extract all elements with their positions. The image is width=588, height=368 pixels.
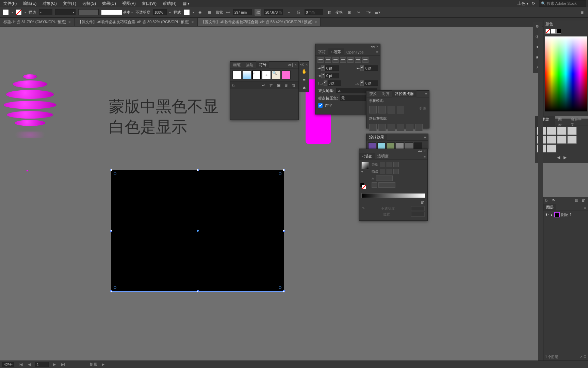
minus-front-btn[interactable] [378, 106, 386, 113]
minus-back-btn[interactable] [415, 124, 423, 131]
outline-btn[interactable] [406, 124, 413, 131]
texture-item[interactable] [567, 127, 577, 135]
gopacity-field[interactable] [411, 206, 425, 211]
last-artboard-btn[interactable]: ▶| [60, 362, 66, 367]
exclude-btn[interactable] [397, 106, 404, 113]
expand-icon[interactable]: ▸ [551, 213, 553, 217]
align-left[interactable] [317, 57, 324, 63]
color-panel[interactable]: 颜色 [543, 20, 588, 116]
tab-character[interactable]: 字符 [315, 48, 328, 56]
texture-item[interactable] [547, 144, 556, 153]
tab-align[interactable]: 对齐 [379, 90, 392, 97]
menu-object[interactable]: 对象(O) [41, 0, 58, 7]
first-artboard-btn[interactable]: |◀ [18, 362, 23, 367]
align-center[interactable] [325, 57, 331, 63]
justify-right[interactable] [355, 57, 361, 63]
smear-panel[interactable]: 涂抹效果 ≡ [366, 134, 428, 149]
zoom-field[interactable]: 42% ▾ [2, 362, 14, 367]
close-icon[interactable]: × [376, 44, 378, 49]
symbol-item[interactable]: ▾ [252, 71, 261, 79]
height-field[interactable] [264, 9, 283, 15]
reverse-btn[interactable] [372, 182, 377, 188]
sync-icon[interactable]: ⟳ [532, 1, 535, 6]
search-stock[interactable]: 🔍 搜索 Adobe Stock [539, 0, 586, 7]
merge-btn[interactable] [388, 124, 395, 131]
options-icon[interactable]: ▣ [277, 83, 282, 88]
trash-icon[interactable]: 🗑 [292, 83, 297, 88]
menu-select[interactable]: 选择(S) [81, 0, 98, 7]
mask-text[interactable]: 蒙版中黑色不显 白色是显示 [109, 96, 218, 137]
menu-type[interactable]: 文字(T) [61, 0, 78, 7]
layers-opt1-icon[interactable]: ▥ [575, 198, 579, 203]
place-icon[interactable]: ↵ [262, 83, 267, 88]
texture-item[interactable] [547, 136, 556, 144]
stroke-along-btn[interactable] [387, 169, 392, 174]
align-icon[interactable]: ▦ [206, 9, 213, 16]
collapse-icon[interactable]: ◂◂ [371, 44, 375, 49]
stroke-weight[interactable]: ▾ [39, 9, 52, 15]
justify-left[interactable] [340, 57, 346, 63]
tab-stroke[interactable]: 描边 [243, 61, 256, 68]
menu-help[interactable]: 帮助(H) [161, 0, 178, 7]
layers-panel[interactable]: ⎙ 👁 ▥ 🗑 图层≡ 👁 ▸ 图层 1 1 个图层 ↗ ⊡ [543, 197, 588, 361]
close-icon[interactable]: × [424, 149, 426, 153]
layer-name[interactable]: 图层 1 [561, 212, 572, 217]
stroke-in-btn[interactable] [380, 169, 385, 174]
close-icon[interactable]: × [192, 20, 194, 25]
angle-field[interactable] [376, 175, 393, 181]
menu-file[interactable]: 文件(F) [2, 0, 18, 7]
texture-item[interactable] [547, 127, 556, 135]
sphere-artwork[interactable] [2, 74, 58, 131]
fill-swatch[interactable] [545, 29, 550, 34]
layers-lib-icon[interactable]: ⎙ [545, 198, 550, 203]
symbol-item[interactable] [282, 71, 291, 79]
effect-swatch[interactable] [368, 142, 376, 149]
layers-trash-icon[interactable]: 🗑 [582, 198, 586, 203]
layer-row[interactable]: 👁 ▸ 图层 1 [543, 211, 588, 218]
symbol-item[interactable] [232, 71, 241, 79]
symbol-item[interactable] [242, 71, 251, 79]
pathfinder-panel[interactable]: 变换 对齐 路径查找器 ≡ 形状模式: 扩展 路径查找器: [366, 90, 429, 128]
color-spectrum[interactable] [545, 36, 587, 111]
effect-swatch[interactable] [414, 142, 422, 149]
fill-swatch[interactable] [3, 9, 9, 15]
layers-visibility-icon[interactable]: 👁 [552, 198, 557, 203]
linear-btn[interactable] [380, 162, 385, 167]
effect-swatch[interactable] [396, 142, 404, 149]
style-swatch[interactable] [184, 9, 190, 15]
crop-btn[interactable] [397, 124, 404, 131]
indent-left-field[interactable] [325, 65, 339, 71]
delete-stop-icon[interactable]: 🗑 [421, 200, 425, 205]
doc-tab-1[interactable]: 标题-1* @ 81.79% (CMYK/GPU 预览)× [0, 18, 75, 26]
texture-item[interactable] [557, 136, 567, 144]
justify-center[interactable] [347, 57, 354, 63]
next-page-icon[interactable]: ▶ [564, 155, 567, 160]
aspect-field[interactable] [378, 182, 395, 188]
prev-artboard-btn[interactable]: ◀ [27, 362, 32, 367]
freeform-btn[interactable] [393, 162, 399, 167]
tab-layers[interactable]: 图层 [543, 204, 556, 211]
upload-button[interactable]: 上色 ▾ [517, 1, 528, 6]
opacity-more[interactable]: ▸ [169, 11, 171, 14]
texture-item[interactable] [557, 127, 567, 135]
brush-color[interactable] [78, 9, 99, 15]
unite-btn[interactable] [369, 106, 377, 113]
stroke-proxy[interactable] [362, 185, 366, 189]
menu-arrange-icon[interactable]: ▦ ▾ [181, 0, 191, 6]
tab-brushes[interactable]: 画笔 [230, 61, 243, 68]
next-artboard-btn[interactable]: ▶ [52, 362, 57, 367]
tab-transform[interactable]: 变换 [366, 90, 379, 97]
gradient-preview[interactable] [361, 162, 369, 169]
brush-preview[interactable] [101, 10, 122, 15]
tab-smear[interactable]: 涂抹效果 [366, 134, 387, 141]
stroke-across-btn[interactable] [393, 169, 399, 174]
menu-icon[interactable]: ≡ [300, 76, 309, 84]
black-swatch[interactable] [556, 29, 561, 34]
texture-item[interactable] [567, 136, 577, 144]
doc-tab-3[interactable]: 【源文件】-AI软件必备技巧综合篇. ai* @ 53.42% (RGB/GPU… [198, 18, 321, 26]
arrange-icon[interactable]: ☰▾ [374, 9, 381, 16]
corner-field[interactable] [305, 9, 323, 15]
tab-crazy[interactable]: 疯狂科学 [568, 116, 588, 128]
stroke-swatch[interactable] [16, 9, 22, 15]
indent-right-field[interactable] [364, 65, 378, 71]
